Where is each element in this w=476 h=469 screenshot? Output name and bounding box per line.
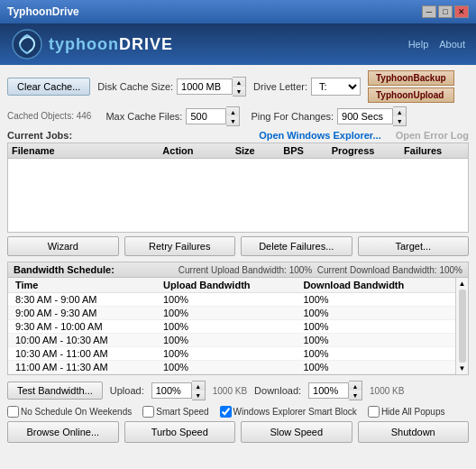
- about-link[interactable]: About: [439, 39, 465, 50]
- bandwidth-current-info: Current Upload Bandwidth: 100% Current D…: [178, 265, 462, 275]
- col-progress: Progress: [332, 145, 404, 156]
- target-button[interactable]: Target...: [358, 236, 470, 256]
- bandwidth-upload: 100%: [156, 293, 296, 307]
- jobs-table-body: [8, 159, 468, 227]
- scrollbar-down[interactable]: ▼: [456, 364, 468, 372]
- bandwidth-time: 9:30 AM - 10:00 AM: [8, 320, 156, 334]
- ping-for-changes-up[interactable]: ▲: [393, 107, 406, 116]
- smart-speed-label: Smart Speed: [156, 407, 208, 417]
- bandwidth-row: 10:30 AM - 11:00 AM100%100%: [8, 347, 455, 361]
- test-bandwidth-row: Test Bandwidth... Upload: ▲ ▼ 1000 KB Do…: [7, 379, 469, 402]
- bandwidth-table-body: 8:30 AM - 9:00 AM100%100%9:00 AM - 9:30 …: [8, 293, 455, 374]
- upload-label: Upload:: [110, 385, 144, 396]
- bandwidth-header: Bandwidth Schedule: Current Upload Bandw…: [8, 262, 468, 278]
- bandwidth-download: 100%: [296, 347, 455, 361]
- bandwidth-scroll-area[interactable]: Time Upload Bandwidth Download Bandwidth…: [8, 278, 455, 374]
- windows-explorer-label: Windows Explorer Smart Block: [233, 407, 357, 417]
- bandwidth-row: 9:30 AM - 10:00 AM100%100%: [8, 320, 455, 334]
- typhoon-upload-button[interactable]: TyphoonUpload: [368, 87, 454, 103]
- upload-spin: ▲ ▼: [151, 381, 206, 400]
- no-schedule-checkbox[interactable]: [7, 406, 19, 418]
- jobs-table-header: Filename Action Size BPS Progress Failur…: [8, 143, 468, 159]
- delete-failures-button[interactable]: Delete Failures...: [241, 236, 352, 256]
- max-cache-files-spin: ▲ ▼: [186, 106, 240, 126]
- bandwidth-row: 8:30 AM - 9:00 AM100%100%: [8, 293, 455, 307]
- title-bar: TyphoonDrive ─ □ ✕: [0, 0, 476, 23]
- col-filename: Filename: [12, 145, 162, 156]
- bandwidth-upload: 100%: [156, 307, 296, 320]
- download-input[interactable]: [308, 382, 349, 399]
- bandwidth-table-wrapper: Time Upload Bandwidth Download Bandwidth…: [8, 278, 468, 374]
- drive-letter-select[interactable]: T:: [311, 78, 361, 96]
- windows-explorer-checkbox[interactable]: [220, 406, 232, 418]
- col-upload-bandwidth: Upload Bandwidth: [156, 278, 296, 293]
- bandwidth-col-headers: Time Upload Bandwidth Download Bandwidth: [8, 278, 455, 293]
- test-bandwidth-button[interactable]: Test Bandwidth...: [7, 382, 103, 400]
- typhoon-backup-button[interactable]: TyphoonBackup: [368, 70, 454, 86]
- shutdown-button[interactable]: Shutdown: [358, 421, 470, 443]
- scrollbar-thumb: [459, 290, 466, 363]
- close-button[interactable]: ✕: [454, 5, 469, 18]
- upload-kb: 1000 KB: [213, 386, 247, 396]
- help-link[interactable]: Help: [408, 39, 429, 50]
- disk-cache-size-down[interactable]: ▼: [233, 87, 245, 96]
- col-bps: BPS: [283, 145, 332, 156]
- upload-down[interactable]: ▼: [192, 391, 205, 400]
- wizard-button[interactable]: Wizard: [7, 236, 119, 256]
- bandwidth-time: 11:00 AM - 11:30 AM: [8, 361, 156, 374]
- hide-all-popups-checkbox[interactable]: [368, 406, 380, 418]
- bandwidth-section: Bandwidth Schedule: Current Upload Bandw…: [7, 262, 469, 375]
- disk-cache-size-input[interactable]: [177, 78, 233, 95]
- hide-all-popups-group: Hide All Popups: [368, 406, 445, 418]
- bandwidth-download: 100%: [296, 307, 455, 320]
- drive-letter-label: Drive Letter:: [253, 81, 307, 92]
- toolbar-row-1: Clear Cache... Disk Cache Size: ▲ ▼ Driv…: [7, 70, 469, 103]
- turbo-speed-button[interactable]: Turbo Speed: [124, 421, 236, 443]
- download-spinners: ▲ ▼: [349, 381, 362, 400]
- logo-text: typhoonDRIVE: [49, 35, 173, 54]
- disk-cache-size-up[interactable]: ▲: [233, 78, 245, 87]
- jobs-table: Filename Action Size BPS Progress Failur…: [7, 143, 469, 233]
- maximize-button[interactable]: □: [438, 5, 453, 18]
- browse-online-button[interactable]: Browse Online...: [7, 421, 119, 443]
- max-cache-files-down[interactable]: ▼: [226, 116, 239, 125]
- download-spin: ▲ ▼: [308, 381, 362, 400]
- download-kb: 1000 KB: [370, 386, 404, 396]
- logo-area: typhoonDRIVE: [11, 28, 173, 60]
- bandwidth-download: 100%: [296, 361, 455, 374]
- upload-up[interactable]: ▲: [192, 382, 205, 391]
- max-cache-files-up[interactable]: ▲: [226, 107, 239, 116]
- header-logo-bar: typhoonDRIVE Help About: [0, 23, 476, 65]
- slow-speed-button[interactable]: Slow Speed: [241, 421, 352, 443]
- disk-cache-size-label: Disk Cache Size:: [97, 81, 173, 92]
- bandwidth-upload: 100%: [156, 334, 296, 347]
- ping-for-changes-spin: ▲ ▼: [337, 106, 407, 126]
- max-cache-files-label: Max Cache Files:: [105, 111, 182, 122]
- header-links: Help About: [408, 39, 465, 50]
- download-down[interactable]: ▼: [349, 391, 362, 400]
- smart-speed-checkbox[interactable]: [142, 406, 154, 418]
- bandwidth-scrollbar[interactable]: ▲ ▼: [455, 278, 468, 374]
- bandwidth-download: 100%: [296, 320, 455, 334]
- checkboxes-row: No Schedule On Weekends Smart Speed Wind…: [7, 406, 469, 418]
- col-download-bandwidth: Download Bandwidth: [296, 278, 455, 293]
- clear-cache-button[interactable]: Clear Cache...: [7, 78, 90, 96]
- col-size: Size: [235, 145, 284, 156]
- retry-failures-button[interactable]: Retry Failures: [124, 236, 236, 256]
- bandwidth-table-head: Time Upload Bandwidth Download Bandwidth: [8, 278, 455, 293]
- max-cache-files-input[interactable]: [186, 108, 226, 124]
- no-schedule-label: No Schedule On Weekends: [21, 407, 132, 417]
- window-title: TyphoonDrive: [7, 5, 79, 18]
- ping-for-changes-down[interactable]: ▼: [393, 116, 406, 125]
- drive-letter-group: Drive Letter: T:: [253, 78, 361, 96]
- bandwidth-time: 9:00 AM - 9:30 AM: [8, 307, 156, 320]
- open-windows-explorer-link[interactable]: Open Windows Explorer...: [259, 130, 381, 141]
- minimize-button[interactable]: ─: [422, 5, 436, 18]
- cached-objects-label: Cached Objects: 446: [7, 111, 91, 121]
- download-up[interactable]: ▲: [349, 382, 362, 391]
- scrollbar-up[interactable]: ▲: [456, 280, 468, 288]
- ping-for-changes-input[interactable]: [337, 108, 393, 124]
- smart-speed-group: Smart Speed: [142, 406, 208, 418]
- svg-point-0: [13, 30, 41, 59]
- upload-input[interactable]: [151, 382, 192, 399]
